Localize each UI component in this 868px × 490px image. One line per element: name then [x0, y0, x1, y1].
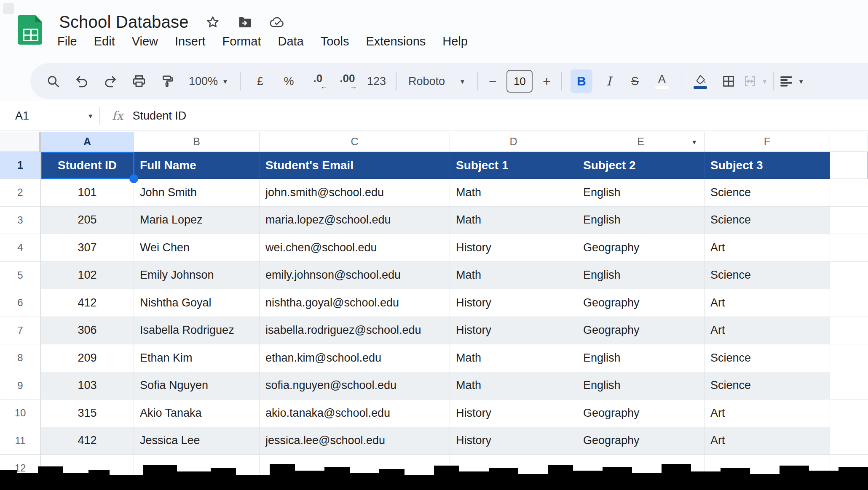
zoom-select[interactable]: 100% ▼: [182, 75, 235, 88]
cell-D4[interactable]: History: [450, 234, 577, 262]
row-header-1[interactable]: 1: [0, 152, 41, 179]
star-icon[interactable]: [205, 14, 221, 30]
text-color-button[interactable]: A: [648, 73, 676, 89]
row-header-7[interactable]: 7: [0, 317, 41, 345]
menu-format[interactable]: Format: [222, 35, 261, 48]
menu-help[interactable]: Help: [442, 35, 468, 48]
cell-F4[interactable]: Art: [705, 234, 830, 262]
strikethrough-button[interactable]: S: [622, 75, 648, 88]
column-e-dropdown-icon[interactable]: ▼: [691, 138, 697, 145]
cell-D3[interactable]: Math: [450, 207, 577, 234]
cell-E2[interactable]: English: [577, 179, 705, 207]
row-header-6[interactable]: 6: [0, 289, 41, 317]
cell-A2[interactable]: 101: [41, 179, 134, 207]
sheets-logo[interactable]: [18, 15, 42, 45]
column-header-D[interactable]: D: [450, 132, 577, 152]
cell-A5[interactable]: 102: [41, 262, 134, 290]
menu-insert[interactable]: Insert: [175, 35, 206, 48]
cell-B9[interactable]: Sofia Nguyen: [134, 372, 260, 400]
cell-B11[interactable]: Jessica Lee: [134, 427, 260, 455]
redo-icon[interactable]: [96, 69, 125, 93]
cell-B6[interactable]: Nishtha Goyal: [134, 289, 260, 317]
cell-F10[interactable]: Art: [705, 399, 830, 427]
cell-F7[interactable]: Art: [705, 317, 830, 345]
cell-F3[interactable]: Science: [705, 207, 830, 234]
percent-format-button[interactable]: %: [274, 69, 303, 93]
cell-D9[interactable]: Math: [450, 372, 577, 400]
decrease-font-size-button[interactable]: −: [483, 74, 502, 89]
cell-F8[interactable]: Science: [705, 344, 830, 372]
cell-B8[interactable]: Ethan Kim: [134, 344, 260, 372]
cell-C8[interactable]: ethan.kim@school.edu: [260, 344, 450, 372]
cell-C5[interactable]: emily.johnson@school.edu: [260, 262, 450, 290]
cell-B4[interactable]: Wei Chen: [134, 234, 260, 262]
cell-F11[interactable]: Art: [705, 427, 830, 455]
formula-input[interactable]: Student ID: [133, 109, 187, 122]
increase-font-size-button[interactable]: +: [537, 74, 556, 89]
cell-B10[interactable]: Akio Tanaka: [134, 399, 260, 427]
cloud-check-icon[interactable]: [269, 14, 285, 30]
cell-D2[interactable]: Math: [450, 179, 577, 207]
cell-E11[interactable]: Geography: [577, 427, 705, 455]
cell-E9[interactable]: English: [577, 372, 705, 400]
cell-C10[interactable]: akio.tanaka@school.edu: [260, 399, 450, 427]
cell-E10[interactable]: Geography: [577, 399, 705, 427]
cell-E5[interactable]: English: [577, 262, 705, 290]
decrease-decimal-button[interactable]: .0 ←: [303, 73, 332, 90]
cell-D6[interactable]: History: [450, 289, 577, 317]
cell-D8[interactable]: Math: [450, 344, 577, 372]
cell-C9[interactable]: sofia.nguyen@school.edu: [260, 372, 450, 400]
bold-button[interactable]: B: [571, 69, 592, 93]
menu-tools[interactable]: Tools: [321, 35, 349, 48]
row-header-9[interactable]: 9: [0, 372, 41, 400]
font-size-input[interactable]: 10: [506, 70, 533, 93]
cell-B7[interactable]: Isabella Rodriguez: [134, 317, 260, 345]
column-header-A[interactable]: A: [41, 132, 134, 152]
cell-F1[interactable]: Subject 3: [705, 152, 830, 179]
cell-A10[interactable]: 315: [41, 399, 134, 427]
cell-A1[interactable]: Student ID: [41, 152, 134, 179]
row-header-2[interactable]: 2: [0, 179, 41, 207]
row-header-3[interactable]: 3: [0, 207, 41, 234]
column-header-E[interactable]: E ▼: [577, 132, 705, 152]
increase-decimal-button[interactable]: .00 →: [332, 73, 362, 90]
cell-E6[interactable]: Geography: [577, 289, 705, 317]
cell-B2[interactable]: John Smith: [134, 179, 260, 207]
paint-format-icon[interactable]: [153, 69, 182, 93]
fill-color-button[interactable]: [686, 74, 714, 89]
merge-cells-button[interactable]: ▼: [743, 74, 768, 88]
cell-A8[interactable]: 209: [41, 344, 134, 372]
cell-A11[interactable]: 412: [41, 427, 134, 455]
italic-button[interactable]: I: [596, 74, 622, 88]
menu-data[interactable]: Data: [278, 35, 303, 48]
column-header-C[interactable]: C: [260, 132, 450, 152]
menu-edit[interactable]: Edit: [94, 35, 115, 48]
menu-file[interactable]: File: [57, 35, 77, 48]
cell-F2[interactable]: Science: [705, 179, 830, 207]
search-icon[interactable]: [39, 69, 67, 93]
cell-D5[interactable]: Math: [450, 262, 577, 290]
cell-A6[interactable]: 412: [41, 289, 134, 317]
print-icon[interactable]: [125, 69, 153, 93]
cell-D7[interactable]: History: [450, 317, 577, 345]
column-header-F[interactable]: F: [705, 132, 830, 152]
cell-C7[interactable]: isabella.rodriguez@school.edu: [260, 317, 450, 345]
cell-E7[interactable]: Geography: [577, 317, 705, 345]
select-all-corner[interactable]: [0, 132, 41, 152]
cell-C1[interactable]: Student's Email: [260, 152, 450, 179]
cell-F5[interactable]: Science: [705, 262, 830, 290]
currency-format-button[interactable]: £: [246, 69, 274, 93]
horizontal-align-button[interactable]: ▼: [779, 74, 804, 89]
row-header-11[interactable]: 11: [0, 427, 41, 455]
row-header-4[interactable]: 4: [0, 234, 41, 262]
row-header-8[interactable]: 8: [0, 344, 41, 372]
cell-D1[interactable]: Subject 1: [450, 152, 577, 179]
cell-D11[interactable]: History: [450, 427, 577, 455]
cell-A3[interactable]: 205: [41, 207, 134, 234]
cell-E8[interactable]: English: [577, 344, 705, 372]
cell-C11[interactable]: jessica.lee@school.edu: [260, 427, 450, 455]
font-select[interactable]: Roboto ▼: [402, 75, 472, 88]
cell-E1[interactable]: Subject 2: [577, 152, 705, 179]
cell-A7[interactable]: 306: [41, 317, 134, 345]
cell-A4[interactable]: 307: [41, 234, 134, 262]
